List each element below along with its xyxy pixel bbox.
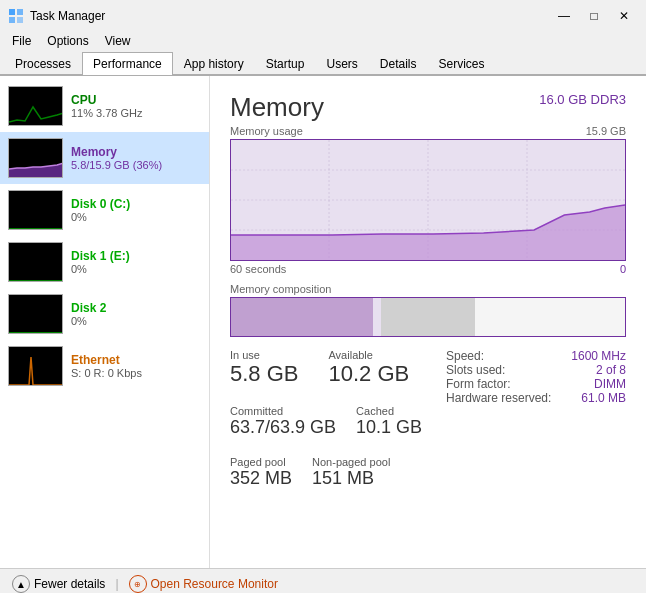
speed-value: 1600 MHz (571, 349, 626, 363)
sidebar-disk2-detail: 0% (71, 315, 201, 327)
sidebar-item-disk2[interactable]: Disk 2 0% (0, 288, 209, 340)
sidebar-item-memory[interactable]: Memory 5.8/15.9 GB (36%) (0, 132, 209, 184)
main-panel: Memory 16.0 GB DDR3 Memory usage 15.9 GB (210, 76, 646, 568)
sidebar-cpu-detail: 11% 3.78 GHz (71, 107, 201, 119)
ethernet-mini-graph (8, 346, 63, 386)
form-factor-row: Form factor: DIMM (446, 377, 626, 391)
composition-label: Memory composition (230, 283, 626, 295)
in-use-value: 5.8 GB (230, 361, 298, 387)
cpu-mini-graph (8, 86, 63, 126)
sidebar-memory-detail: 5.8/15.9 GB (36%) (71, 159, 201, 171)
committed-label: Committed (230, 405, 336, 417)
sidebar-disk2-info: Disk 2 0% (71, 301, 201, 327)
fewer-details-icon: ▲ (12, 575, 30, 593)
menu-bar: File Options View (0, 30, 646, 52)
memory-usage-label: Memory usage 15.9 GB (230, 125, 626, 137)
comp-in-use (231, 298, 373, 336)
comp-modified (373, 298, 381, 336)
slots-value: 2 of 8 (596, 363, 626, 377)
stat-paged-pool: Paged pool 352 MB (230, 456, 292, 489)
sidebar-disk2-name: Disk 2 (71, 301, 201, 315)
available-label: Available (328, 349, 409, 361)
tab-processes[interactable]: Processes (4, 52, 82, 75)
stat-cached: Cached 10.1 GB (356, 405, 422, 438)
main-spec: 16.0 GB DDR3 (539, 92, 626, 107)
paged-pool-value: 352 MB (230, 468, 292, 489)
app-title: Task Manager (30, 9, 105, 23)
memory-usage-area (231, 140, 625, 260)
disk1-mini-graph (8, 242, 63, 282)
sidebar-disk1-detail: 0% (71, 263, 201, 275)
stats-right: Speed: 1600 MHz Slots used: 2 of 8 Form … (426, 349, 626, 499)
in-use-label: In use (230, 349, 298, 361)
sidebar-memory-info: Memory 5.8/15.9 GB (36%) (71, 145, 201, 171)
sidebar-ethernet-name: Ethernet (71, 353, 201, 367)
committed-value: 63.7/63.9 GB (230, 417, 336, 438)
slots-row: Slots used: 2 of 8 (446, 363, 626, 377)
sidebar-ethernet-info: Ethernet S: 0 R: 0 Kbps (71, 353, 201, 379)
disk0-mini-graph (8, 190, 63, 230)
sidebar-cpu-info: CPU 11% 3.78 GHz (71, 93, 201, 119)
tab-details[interactable]: Details (369, 52, 428, 75)
sidebar-disk1-name: Disk 1 (E:) (71, 249, 201, 263)
menu-file[interactable]: File (4, 32, 39, 50)
title-bar-controls: — □ ✕ (550, 6, 638, 26)
title-bar-left: Task Manager (8, 8, 105, 24)
open-resource-monitor-label: Open Resource Monitor (151, 577, 278, 591)
sidebar-item-disk1[interactable]: Disk 1 (E:) 0% (0, 236, 209, 288)
svg-rect-3 (17, 17, 23, 23)
tab-startup[interactable]: Startup (255, 52, 316, 75)
stat-in-use: In use 5.8 GB (230, 349, 298, 387)
open-resource-monitor-button[interactable]: ⊕ Open Resource Monitor (129, 575, 278, 593)
separator: | (115, 577, 118, 591)
sidebar-ethernet-detail: S: 0 R: 0 Kbps (71, 367, 201, 379)
sidebar-item-cpu[interactable]: CPU 11% 3.78 GHz (0, 80, 209, 132)
memory-usage-chart (230, 139, 626, 261)
tab-performance[interactable]: Performance (82, 52, 173, 75)
fewer-details-button[interactable]: ▲ Fewer details (12, 575, 105, 593)
composition-chart (230, 297, 626, 337)
close-button[interactable]: ✕ (610, 6, 638, 26)
maximize-button[interactable]: □ (580, 6, 608, 26)
available-value: 10.2 GB (328, 361, 409, 387)
sidebar-disk0-name: Disk 0 (C:) (71, 197, 201, 211)
tab-services[interactable]: Services (428, 52, 496, 75)
hw-reserved-row: Hardware reserved: 61.0 MB (446, 391, 626, 405)
title-bar: Task Manager — □ ✕ (0, 0, 646, 30)
sidebar-item-disk0[interactable]: Disk 0 (C:) 0% (0, 184, 209, 236)
svg-rect-1 (17, 9, 23, 15)
cached-label: Cached (356, 405, 422, 417)
tabs: Processes Performance App history Startu… (0, 52, 646, 75)
speed-row: Speed: 1600 MHz (446, 349, 626, 363)
tab-users[interactable]: Users (315, 52, 368, 75)
disk2-mini-graph (8, 294, 63, 334)
sidebar-item-ethernet[interactable]: Ethernet S: 0 R: 0 Kbps (0, 340, 209, 392)
resource-monitor-icon: ⊕ (129, 575, 147, 593)
memory-mini-graph (8, 138, 63, 178)
sidebar-cpu-name: CPU (71, 93, 201, 107)
form-factor-value: DIMM (594, 377, 626, 391)
non-paged-pool-value: 151 MB (312, 468, 390, 489)
slots-label: Slots used: (446, 363, 505, 377)
tab-app-history[interactable]: App history (173, 52, 255, 75)
main-title: Memory (230, 92, 324, 123)
stat-available: Available 10.2 GB (328, 349, 409, 387)
cached-value: 10.1 GB (356, 417, 422, 438)
stat-non-paged-pool: Non-paged pool 151 MB (312, 456, 390, 489)
stats-layout: In use 5.8 GB Available 10.2 GB Committe… (230, 349, 626, 499)
bottom-bar: ▲ Fewer details | ⊕ Open Resource Monito… (0, 568, 646, 593)
stats-left: In use 5.8 GB Available 10.2 GB Committe… (230, 349, 426, 499)
comp-free (475, 298, 625, 336)
sidebar: CPU 11% 3.78 GHz Memory 5.8/15.9 GB (36%… (0, 76, 210, 568)
non-paged-pool-label: Non-paged pool (312, 456, 390, 468)
form-factor-label: Form factor: (446, 377, 511, 391)
sidebar-memory-name: Memory (71, 145, 201, 159)
sidebar-disk0-detail: 0% (71, 211, 201, 223)
main-header: Memory 16.0 GB DDR3 (230, 92, 626, 123)
paged-pool-label: Paged pool (230, 456, 292, 468)
minimize-button[interactable]: — (550, 6, 578, 26)
time-label: 60 seconds 0 (230, 263, 626, 275)
menu-options[interactable]: Options (39, 32, 96, 50)
content: CPU 11% 3.78 GHz Memory 5.8/15.9 GB (36%… (0, 75, 646, 568)
menu-view[interactable]: View (97, 32, 139, 50)
